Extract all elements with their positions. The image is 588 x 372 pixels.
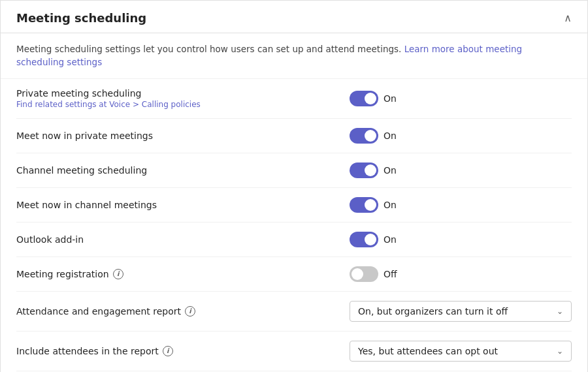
control-col-attendance-engagement-report: On, but organizers can turn it off⌄ bbox=[350, 301, 572, 322]
toggle-thumb bbox=[365, 130, 376, 142]
setting-row-outlook-addin: Outlook add-inOn bbox=[16, 223, 572, 257]
control-col-outlook-addin: On bbox=[350, 232, 572, 247]
setting-row-channel-meeting-scheduling: Channel meeting schedulingOn bbox=[16, 153, 572, 188]
label-text-meeting-registration: Meeting registration bbox=[16, 269, 109, 279]
toggle-label-meeting-registration: Off bbox=[384, 269, 397, 279]
toggle-thumb bbox=[365, 93, 376, 104]
label-text-include-attendees-report: Include attendees in the report bbox=[16, 346, 159, 356]
voice-calling-link[interactable]: Voice > Calling policies bbox=[109, 100, 201, 109]
label-text-outlook-addin: Outlook add-in bbox=[16, 234, 84, 245]
dropdown-value-include-attendees-report: Yes, but attendees can opt out bbox=[358, 346, 498, 356]
chevron-down-icon-attendance-engagement-report: ⌄ bbox=[557, 307, 563, 316]
collapse-icon[interactable]: ∧ bbox=[564, 12, 572, 24]
chevron-down-icon-include-attendees-report: ⌄ bbox=[557, 347, 563, 356]
dropdown-attendance-engagement-report[interactable]: On, but organizers can turn it off⌄ bbox=[350, 301, 572, 322]
dropdown-include-attendees-report[interactable]: Yes, but attendees can opt out⌄ bbox=[350, 341, 572, 362]
description-bar: Meeting scheduling settings let you cont… bbox=[1, 33, 587, 79]
label-col-include-attendees-report: Include attendees in the reporti bbox=[16, 346, 342, 356]
sub-label-private-meeting-scheduling: Find related settings at Voice > Calling… bbox=[16, 100, 342, 109]
toggle-thumb bbox=[351, 268, 363, 280]
label-col-private-meeting-scheduling: Private meeting schedulingFind related s… bbox=[16, 88, 342, 109]
panel-header: Meeting scheduling ∧ bbox=[1, 1, 587, 33]
label-text-meet-now-private: Meet now in private meetings bbox=[16, 131, 153, 141]
setting-row-meet-now-private: Meet now in private meetingsOn bbox=[16, 119, 572, 153]
meeting-scheduling-panel: Meeting scheduling ∧ Meeting scheduling … bbox=[0, 0, 588, 372]
toggle-label-channel-meeting-scheduling: On bbox=[384, 165, 397, 176]
toggle-label-outlook-addin: On bbox=[384, 234, 397, 245]
toggle-outlook-addin[interactable] bbox=[350, 232, 378, 247]
toggle-thumb bbox=[365, 199, 376, 211]
label-col-channel-meeting-scheduling: Channel meeting scheduling bbox=[16, 165, 342, 176]
label-text-private-meeting-scheduling: Private meeting scheduling bbox=[16, 88, 142, 99]
control-col-channel-meeting-scheduling: On bbox=[350, 163, 572, 178]
toggle-label-meet-now-private: On bbox=[384, 131, 397, 141]
label-col-meet-now-channel: Meet now in channel meetings bbox=[16, 200, 342, 210]
info-icon-meeting-registration[interactable]: i bbox=[113, 269, 123, 279]
label-text-channel-meeting-scheduling: Channel meeting scheduling bbox=[16, 165, 147, 176]
control-col-private-meeting-scheduling: On bbox=[350, 91, 572, 106]
toggle-thumb bbox=[365, 164, 376, 176]
description-text: Meeting scheduling settings let you cont… bbox=[16, 44, 404, 54]
info-icon-include-attendees-report[interactable]: i bbox=[163, 346, 173, 356]
toggle-label-meet-now-channel: On bbox=[384, 200, 397, 210]
setting-row-private-meeting-scheduling: Private meeting schedulingFind related s… bbox=[16, 79, 572, 119]
label-col-meeting-registration: Meeting registrationi bbox=[16, 269, 342, 279]
control-col-meet-now-channel: On bbox=[350, 197, 572, 213]
control-col-meet-now-private: On bbox=[350, 128, 572, 144]
setting-row-include-attendees-report: Include attendees in the reportiYes, but… bbox=[16, 332, 572, 371]
toggle-meet-now-private[interactable] bbox=[350, 128, 378, 144]
toggle-label-private-meeting-scheduling: On bbox=[384, 93, 397, 104]
label-col-outlook-addin: Outlook add-in bbox=[16, 234, 342, 245]
label-col-attendance-engagement-report: Attendance and engagement reporti bbox=[16, 306, 342, 317]
dropdown-value-attendance-engagement-report: On, but organizers can turn it off bbox=[358, 306, 508, 317]
setting-row-meeting-registration: Meeting registrationiOff bbox=[16, 257, 572, 292]
toggle-channel-meeting-scheduling[interactable] bbox=[350, 163, 378, 178]
label-text-attendance-engagement-report: Attendance and engagement report bbox=[16, 306, 181, 317]
toggle-meet-now-channel[interactable] bbox=[350, 197, 378, 213]
info-icon-attendance-engagement-report[interactable]: i bbox=[185, 306, 195, 317]
label-text-meet-now-channel: Meet now in channel meetings bbox=[16, 200, 157, 210]
label-col-meet-now-private: Meet now in private meetings bbox=[16, 131, 342, 141]
toggle-thumb bbox=[365, 234, 376, 245]
toggle-meeting-registration[interactable] bbox=[350, 266, 378, 282]
panel-title: Meeting scheduling bbox=[16, 11, 146, 25]
setting-row-meet-now-channel: Meet now in channel meetingsOn bbox=[16, 188, 572, 223]
toggle-private-meeting-scheduling[interactable] bbox=[350, 91, 378, 106]
settings-list: Private meeting schedulingFind related s… bbox=[1, 79, 587, 373]
control-col-include-attendees-report: Yes, but attendees can opt out⌄ bbox=[350, 341, 572, 362]
control-col-meeting-registration: Off bbox=[350, 266, 572, 282]
setting-row-attendance-engagement-report: Attendance and engagement reportiOn, but… bbox=[16, 292, 572, 332]
